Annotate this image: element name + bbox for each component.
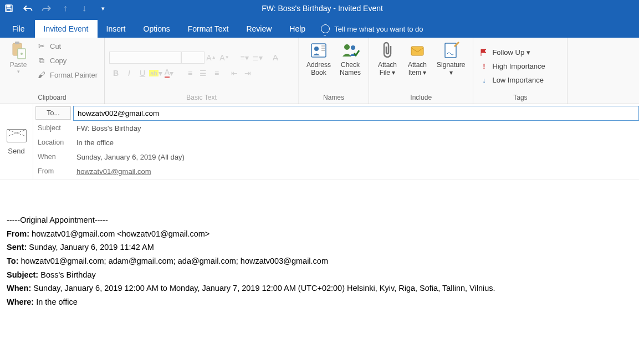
bullets-icon[interactable]: ≡▾: [238, 52, 251, 64]
paintbrush-icon: 🖌: [37, 70, 47, 80]
undo-icon[interactable]: [22, 3, 33, 14]
location-value: In the office: [73, 137, 639, 148]
underline-button[interactable]: U: [136, 67, 149, 79]
location-label: Location: [33, 139, 73, 146]
up-arrow-icon[interactable]: ↑: [60, 3, 71, 14]
svg-point-13: [351, 45, 355, 50]
body-sent-value: Sunday, January 6, 2019 11:42 AM: [27, 243, 154, 252]
tab-help[interactable]: Help: [280, 20, 314, 38]
scissors-icon: ✂: [37, 41, 47, 51]
body-from-value: howzatv01@gmail.com <howzatv01@gmail.com…: [29, 229, 209, 238]
format-painter-label: Format Painter: [50, 71, 98, 79]
address-book-button[interactable]: Address Book: [303, 40, 334, 78]
grow-font-icon[interactable]: A▲: [205, 52, 218, 64]
copy-label: Copy: [50, 57, 67, 65]
body-sent-label: Sent:: [7, 243, 27, 252]
tab-options[interactable]: Options: [135, 20, 179, 38]
redo-icon[interactable]: [41, 3, 52, 14]
tab-review[interactable]: Review: [237, 20, 280, 38]
numbering-icon[interactable]: ≣▾: [251, 52, 264, 64]
ribbon: Paste ▾ ✂ Cut ⧉ Copy 🖌 Format Painter Cl…: [0, 38, 639, 104]
body-when-value: Sunday, January 6, 2019 12:00 AM to Mond…: [31, 284, 495, 293]
highlight-button[interactable]: ab▾: [149, 67, 162, 79]
bold-button[interactable]: B: [109, 67, 122, 79]
paste-button[interactable]: Paste ▾: [4, 40, 32, 75]
body-from-label: From:: [7, 229, 29, 238]
tab-format-text[interactable]: Format Text: [179, 20, 238, 38]
align-right-icon[interactable]: ≡: [210, 67, 223, 79]
shrink-font-icon[interactable]: A▼: [218, 52, 231, 64]
body-where-label: Where:: [7, 298, 34, 306]
tab-file[interactable]: File: [6, 20, 35, 38]
address-book-icon: [309, 41, 328, 60]
font-size-select[interactable]: [181, 52, 205, 64]
header-fields: To... Subject FW: Boss's Birthday Locati…: [33, 104, 639, 180]
group-basic-text: A▲ A▼ ≡▾ ≣▾ A̶ B I U ab▾ A▾ ≡ ☰ ≡ ⇤ ⇥: [105, 38, 299, 104]
svg-rect-14: [411, 47, 423, 55]
save-icon[interactable]: [3, 3, 14, 14]
original-appointment-divider: -----Original Appointment-----: [7, 213, 632, 227]
body-subject-label: Subject:: [7, 270, 38, 279]
follow-up-button[interactable]: Follow Up ▾: [478, 47, 532, 58]
svg-rect-4: [15, 42, 19, 44]
svg-point-6: [21, 53, 23, 55]
signature-label: Signature ▾: [437, 61, 465, 77]
indent-icon[interactable]: ⇥: [241, 67, 254, 79]
tell-me-search[interactable]: Tell me what you want to do: [314, 20, 430, 38]
svg-point-12: [344, 44, 350, 50]
high-importance-button[interactable]: ! High Importance: [478, 61, 547, 71]
attach-item-button[interactable]: Attach Item ▾: [403, 40, 431, 78]
body-to-label: To:: [7, 257, 18, 265]
outdent-icon[interactable]: ⇤: [228, 67, 241, 79]
qat-customize-icon[interactable]: ▾: [98, 3, 109, 14]
to-field[interactable]: [73, 106, 639, 121]
svg-rect-2: [7, 9, 11, 12]
mail-body[interactable]: -----Original Appointment----- From: how…: [0, 180, 639, 320]
body-to-value: howzatv01@gmail.com; adam@gmail.com; ada…: [18, 257, 328, 265]
signature-icon: [442, 41, 461, 60]
paperclip-icon: [378, 41, 397, 60]
align-left-icon[interactable]: ≡: [183, 67, 197, 79]
follow-up-label: Follow Up ▾: [492, 48, 530, 57]
high-importance-label: High Importance: [492, 62, 545, 70]
body-where-value: In the office: [34, 298, 78, 306]
font-color-button[interactable]: A▾: [162, 67, 176, 79]
cut-label: Cut: [50, 42, 61, 50]
italic-button[interactable]: I: [122, 67, 136, 79]
signature-button[interactable]: Signature ▾: [433, 40, 468, 78]
body-when-label: When:: [7, 284, 31, 293]
group-include: Attach File ▾ Attach Item ▾ Signature ▾ …: [369, 38, 473, 104]
check-names-button[interactable]: Check Names: [336, 40, 364, 78]
attach-item-icon: [408, 41, 427, 60]
clear-formatting-icon[interactable]: A̶: [269, 52, 282, 64]
high-importance-icon: !: [480, 62, 488, 70]
compose-header: Send To... Subject FW: Boss's Birthday L…: [0, 104, 639, 180]
check-names-icon: [341, 41, 360, 60]
down-arrow-icon[interactable]: ↓: [79, 3, 90, 14]
envelope-icon: [7, 129, 27, 142]
tell-me-placeholder: Tell me what you want to do: [334, 25, 423, 33]
tab-invited-event[interactable]: Invited Event: [35, 20, 98, 38]
attach-file-label: Attach File ▾: [378, 61, 397, 77]
send-label: Send: [8, 147, 24, 155]
basic-text-group-label: Basic Text: [109, 93, 294, 102]
send-button[interactable]: Send: [0, 104, 33, 180]
from-link[interactable]: howzatv01@gmail.com: [76, 167, 151, 176]
low-importance-icon: ↓: [480, 76, 488, 84]
attach-item-label: Attach Item ▾: [408, 61, 427, 77]
to-button[interactable]: To...: [35, 106, 71, 120]
align-center-icon[interactable]: ☰: [197, 67, 210, 79]
low-importance-button[interactable]: ↓ Low Importance: [478, 75, 546, 85]
clipboard-group-label: Clipboard: [4, 93, 100, 102]
format-painter-button[interactable]: 🖌 Format Painter: [34, 69, 100, 81]
cut-button[interactable]: ✂ Cut: [34, 40, 100, 52]
paste-label: Paste: [10, 61, 27, 69]
group-tags: Follow Up ▾ ! High Importance ↓ Low Impo…: [473, 38, 568, 104]
font-family-select[interactable]: [109, 52, 181, 64]
subject-value: FW: Boss's Birthday: [73, 123, 639, 134]
attach-file-button[interactable]: Attach File ▾: [374, 40, 401, 78]
tab-insert[interactable]: Insert: [98, 20, 135, 38]
quick-access-toolbar: ↑ ↓ ▾: [3, 3, 109, 14]
copy-button[interactable]: ⧉ Copy: [34, 54, 100, 66]
when-label: When: [33, 153, 73, 161]
